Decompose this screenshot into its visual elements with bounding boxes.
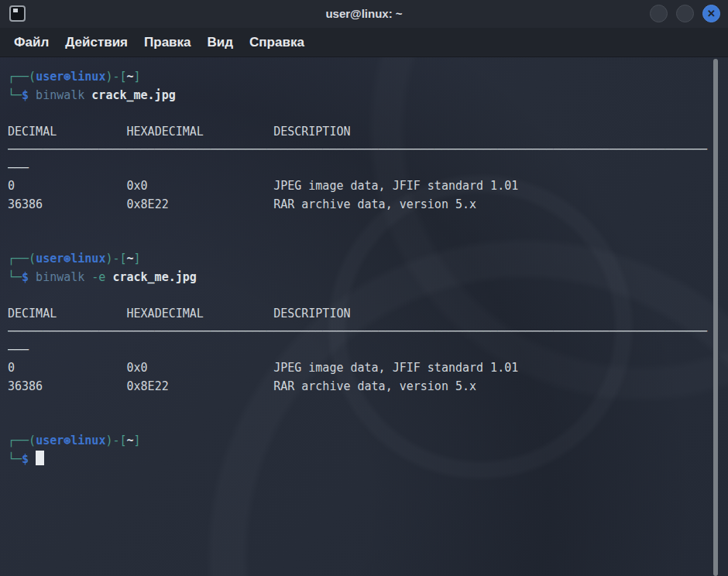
prompt-frame-open: ┌──( bbox=[8, 434, 36, 447]
kali-at-icon: ⊛ bbox=[64, 434, 70, 447]
blank-line bbox=[8, 396, 728, 414]
prompt-path: ~ bbox=[127, 434, 134, 447]
prompt-line-1-top: ┌──(user⊛linux)-[~] bbox=[8, 68, 728, 87]
scrollbar-track[interactable] bbox=[713, 57, 718, 576]
terminal-screen[interactable]: ┌──(user⊛linux)-[~] └─$binwalkcrack_me.j… bbox=[0, 57, 728, 576]
kali-at-icon: ⊛ bbox=[64, 252, 70, 266]
window-controls: ✕ bbox=[650, 5, 720, 22]
prompt-frame-bottom: └─ bbox=[8, 88, 22, 102]
cell-decimal: 36386 bbox=[8, 196, 127, 214]
prompt-username: user bbox=[36, 434, 64, 447]
cell-description: RAR archive data, version 5.x bbox=[273, 379, 476, 393]
prompt-path: ~ bbox=[127, 70, 134, 84]
table-separator: ────────────────────────────────────────… bbox=[8, 323, 728, 341]
menu-actions[interactable]: Действия bbox=[65, 35, 128, 50]
blank-line bbox=[8, 105, 728, 123]
blank-line bbox=[8, 286, 728, 305]
table-header-row: DECIMALHEXADECIMALDESCRIPTION bbox=[8, 305, 728, 324]
menu-file[interactable]: Файл bbox=[14, 35, 49, 50]
minimize-button[interactable] bbox=[650, 5, 668, 22]
table-row: 363860x8E22RAR archive data, version 5.x bbox=[8, 196, 728, 214]
cell-hexadecimal: 0x0 bbox=[127, 359, 274, 378]
prompt-frame-mid: )-[ bbox=[105, 70, 126, 84]
cell-decimal: 0 bbox=[8, 177, 127, 196]
menu-view[interactable]: Вид bbox=[208, 35, 234, 50]
menu-edit[interactable]: Правка bbox=[144, 35, 191, 50]
column-header-decimal: DECIMAL bbox=[8, 123, 127, 142]
table-separator-wrap: ─── bbox=[8, 159, 728, 178]
table-row: 363860x8E22RAR archive data, version 5.x bbox=[8, 378, 728, 396]
column-header-decimal: DECIMAL bbox=[8, 305, 127, 324]
column-header-hexadecimal: HEXADECIMAL bbox=[127, 123, 274, 142]
cell-decimal: 36386 bbox=[8, 378, 127, 396]
prompt-symbol: $ bbox=[22, 270, 29, 284]
command-flag-e: -e bbox=[91, 270, 105, 284]
prompt-frame-open: ┌──( bbox=[8, 70, 36, 84]
table-row: 00x0JPEG image data, JFIF standard 1.01 bbox=[8, 177, 728, 196]
prompt-symbol: $ bbox=[22, 88, 29, 102]
close-button[interactable]: ✕ bbox=[702, 5, 720, 22]
prompt-frame-bottom: └─ bbox=[8, 270, 22, 284]
column-header-description: DESCRIPTION bbox=[273, 125, 350, 139]
command-arg-file: crack_me.jpg bbox=[91, 88, 175, 102]
cell-hexadecimal: 0x8E22 bbox=[127, 196, 274, 214]
cell-hexadecimal: 0x0 bbox=[127, 177, 274, 196]
table-header-row: DECIMALHEXADECIMALDESCRIPTION bbox=[8, 123, 728, 142]
prompt-username: user bbox=[36, 252, 64, 266]
kali-at-icon: ⊛ bbox=[64, 70, 70, 84]
prompt-frame-bottom: └─ bbox=[8, 452, 22, 466]
column-header-description: DESCRIPTION bbox=[273, 307, 350, 321]
cell-description: JPEG image data, JFIF standard 1.01 bbox=[273, 361, 518, 375]
prompt-frame-close: ] bbox=[134, 252, 141, 266]
column-header-hexadecimal: HEXADECIMAL bbox=[127, 305, 274, 324]
prompt-frame-close: ] bbox=[134, 70, 141, 84]
terminal-cursor bbox=[36, 451, 44, 465]
menu-help[interactable]: Справка bbox=[249, 35, 304, 50]
command-arg-file: crack_me.jpg bbox=[112, 270, 196, 284]
prompt-frame-open: ┌──( bbox=[8, 252, 36, 266]
blank-line bbox=[8, 414, 728, 433]
prompt-frame-mid: )-[ bbox=[105, 434, 126, 447]
window-title: user@linux: ~ bbox=[0, 0, 728, 28]
titlebar[interactable]: user@linux: ~ ✕ bbox=[0, 0, 728, 28]
maximize-button[interactable] bbox=[676, 5, 694, 22]
prompt-line-2-top: ┌──(user⊛linux)-[~] bbox=[8, 250, 728, 269]
prompt-symbol: $ bbox=[22, 452, 29, 466]
cell-description: RAR archive data, version 5.x bbox=[273, 197, 476, 211]
terminal-window: user@linux: ~ ✕ Файл Действия Правка Вид… bbox=[0, 0, 728, 576]
prompt-path: ~ bbox=[127, 252, 134, 266]
cell-decimal: 0 bbox=[8, 359, 127, 378]
cell-hexadecimal: 0x8E22 bbox=[127, 378, 274, 396]
prompt-frame-mid: )-[ bbox=[105, 252, 126, 266]
command-binwalk: binwalk bbox=[36, 270, 84, 284]
command-line-2: └─$binwalk-ecrack_me.jpg bbox=[8, 269, 728, 287]
table-row: 00x0JPEG image data, JFIF standard 1.01 bbox=[8, 359, 728, 378]
cell-description: JPEG image data, JFIF standard 1.01 bbox=[273, 179, 518, 193]
prompt-username: user bbox=[36, 70, 64, 84]
terminal-content: ┌──(user⊛linux)-[~] └─$binwalkcrack_me.j… bbox=[0, 57, 728, 468]
prompt-frame-close: ] bbox=[134, 434, 141, 447]
blank-line bbox=[8, 232, 728, 251]
prompt-hostname: linux bbox=[70, 252, 105, 266]
table-separator: ────────────────────────────────────────… bbox=[8, 141, 728, 159]
table-separator-wrap: ─── bbox=[8, 341, 728, 360]
blank-line bbox=[8, 214, 728, 232]
scrollbar-thumb[interactable] bbox=[713, 59, 718, 576]
command-binwalk: binwalk bbox=[36, 88, 84, 102]
command-line-1: └─$binwalkcrack_me.jpg bbox=[8, 87, 728, 105]
prompt-line-3-top: ┌──(user⊛linux)-[~] bbox=[8, 432, 728, 451]
prompt-hostname: linux bbox=[70, 434, 105, 447]
prompt-hostname: linux bbox=[70, 70, 105, 84]
menubar: Файл Действия Правка Вид Справка bbox=[0, 28, 728, 57]
command-line-current[interactable]: └─$ bbox=[8, 451, 728, 469]
